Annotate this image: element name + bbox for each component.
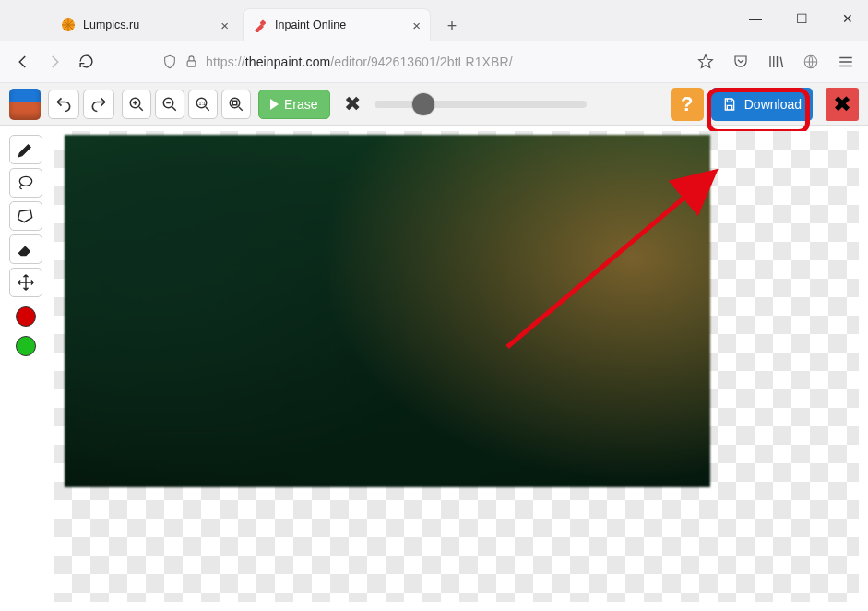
close-editor-button[interactable]: ✖ [826, 88, 859, 121]
bookmark-star-icon[interactable] [696, 53, 715, 71]
marker-tool[interactable] [9, 135, 42, 164]
save-icon [722, 97, 737, 112]
zoom-actual-button[interactable]: 1:1 [188, 90, 218, 119]
minimize-button[interactable]: — [744, 11, 767, 26]
shield-icon[interactable] [162, 54, 177, 69]
polygon-tool[interactable] [9, 201, 42, 231]
mask-color-red[interactable] [16, 306, 36, 327]
browser-tab-inpaint[interactable]: Inpaint Online × [244, 9, 430, 41]
slider-thumb[interactable] [412, 93, 434, 115]
tab-title: Lumpics.ru [83, 18, 139, 31]
canvas-area[interactable] [54, 131, 859, 602]
lasso-tool[interactable] [9, 168, 42, 198]
play-icon [270, 99, 279, 110]
brush-size-slider[interactable] [375, 95, 587, 114]
inpaint-app: 1:1 Erase ✖ ? Download ✖ [0, 83, 868, 611]
close-tab-icon[interactable]: × [412, 18, 421, 32]
close-window-button[interactable]: ✕ [837, 11, 859, 26]
svg-text:1:1: 1:1 [199, 100, 206, 105]
undo-button[interactable] [48, 90, 79, 119]
svg-rect-2 [187, 61, 196, 66]
browser-tab-lumpics[interactable]: Lumpics.ru × [52, 9, 238, 41]
svg-rect-9 [232, 101, 237, 105]
eraser-tool[interactable] [9, 234, 42, 264]
pocket-icon[interactable] [731, 53, 750, 71]
tab-title: Inpaint Online [275, 18, 346, 31]
account-icon[interactable] [802, 53, 820, 71]
menu-icon[interactable] [837, 53, 855, 71]
window-controls: — ☐ ✕ [744, 11, 859, 26]
reload-button[interactable] [76, 52, 96, 72]
slider-track [375, 101, 587, 108]
url-text: https://theinpaint.com/editor/942613601/… [206, 54, 513, 69]
app-logo [9, 89, 41, 120]
maximize-button[interactable]: ☐ [791, 11, 813, 26]
browser-address-bar: https://theinpaint.com/editor/942613601/… [0, 41, 868, 83]
lock-icon[interactable] [184, 54, 198, 68]
url-box[interactable]: https://theinpaint.com/editor/942613601/… [153, 47, 685, 77]
zoom-in-button[interactable] [122, 90, 151, 119]
move-tool[interactable] [9, 268, 42, 297]
forward-button[interactable] [44, 52, 65, 72]
download-button[interactable]: Download [711, 88, 813, 121]
library-icon[interactable] [767, 53, 785, 71]
new-tab-button[interactable]: + [439, 13, 465, 39]
download-label: Download [744, 97, 802, 112]
mask-color-green[interactable] [16, 336, 36, 356]
app-toolbar: 1:1 Erase ✖ ? Download ✖ [0, 83, 868, 126]
edited-image[interactable] [65, 135, 710, 487]
erase-label: Erase [284, 97, 318, 112]
browser-tab-strip: Lumpics.ru × Inpaint Online × + — ☐ ✕ [0, 0, 868, 41]
favicon-lumpics [61, 18, 76, 32]
favicon-inpaint [253, 18, 268, 32]
erase-button[interactable]: Erase [258, 90, 330, 119]
close-tab-icon[interactable]: × [220, 18, 229, 32]
tool-sidebar [7, 135, 44, 356]
back-button[interactable] [13, 52, 33, 72]
svg-point-10 [19, 176, 31, 186]
help-button[interactable]: ? [671, 88, 704, 121]
zoom-out-button[interactable] [155, 90, 184, 119]
svg-point-8 [230, 98, 240, 108]
redo-button[interactable] [83, 90, 114, 119]
clear-mask-button[interactable]: ✖ [338, 90, 367, 119]
zoom-fit-button[interactable] [221, 90, 251, 119]
